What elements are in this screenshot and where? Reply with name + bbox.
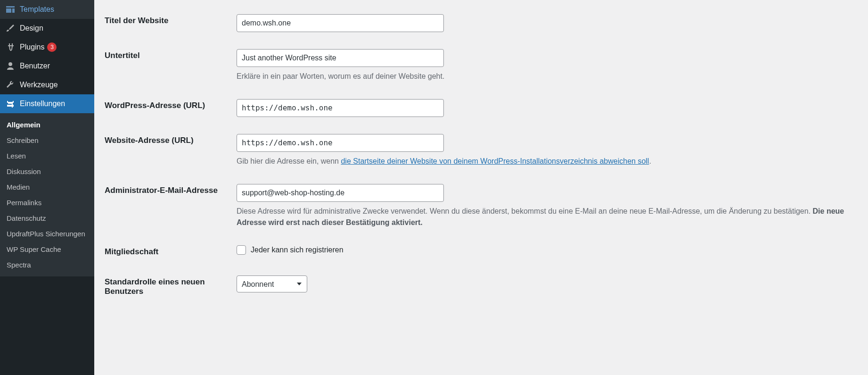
- submenu-item-discussion[interactable]: Diskussion: [0, 164, 94, 179]
- sidebar-item-label: Benutzer: [20, 62, 50, 70]
- update-badge: 3: [47, 42, 57, 52]
- admin-email-label: Administrator-E-Mail-Adresse: [105, 175, 232, 237]
- site-title-label: Titel der Website: [105, 6, 232, 41]
- user-icon: [6, 61, 15, 71]
- tagline-help: Erkläre in ein paar Worten, worum es auf…: [237, 71, 853, 82]
- siteurl-input[interactable]: [237, 134, 444, 152]
- wrench-icon: [6, 80, 15, 90]
- sidebar-item-tools[interactable]: Werkzeuge: [0, 75, 94, 94]
- admin-email-input[interactable]: [237, 184, 444, 202]
- submenu-item-general[interactable]: Allgemein: [0, 117, 94, 133]
- siteurl-help-pre: Gib hier die Adresse ein, wenn: [237, 157, 341, 165]
- membership-checkbox-label[interactable]: Jeder kann sich registrieren: [237, 245, 344, 255]
- sidebar-item-label: Werkzeuge: [20, 81, 58, 89]
- sidebar-item-design[interactable]: Design: [0, 19, 94, 38]
- sidebar-item-users[interactable]: Benutzer: [0, 57, 94, 75]
- wpurl-input[interactable]: [237, 99, 444, 117]
- membership-checkbox-text: Jeder kann sich registrieren: [251, 246, 344, 254]
- siteurl-help-link[interactable]: die Startseite deiner Website von deinem…: [341, 157, 649, 165]
- submenu-item-permalinks[interactable]: Permalinks: [0, 195, 94, 210]
- submenu-item-writing[interactable]: Schreiben: [0, 133, 94, 148]
- siteurl-help-post: .: [649, 157, 651, 165]
- brush-icon: [6, 24, 15, 33]
- sidebar-item-plugins[interactable]: Plugins 3: [0, 38, 94, 57]
- settings-submenu: Allgemein Schreiben Lesen Diskussion Med…: [0, 113, 94, 276]
- default-role-select[interactable]: Abonnent: [237, 275, 307, 292]
- siteurl-help: Gib hier die Adresse ein, wenn die Start…: [237, 156, 853, 167]
- siteurl-label: Website-Adresse (URL): [105, 125, 232, 175]
- admin-sidebar: Templates Design Plugins 3 Benutzer Werk…: [0, 0, 94, 375]
- sidebar-item-templates[interactable]: Templates: [0, 0, 94, 19]
- sidebar-item-settings[interactable]: Einstellungen: [0, 94, 94, 113]
- general-settings-form: Titel der Website Untertitel Erkläre in …: [105, 6, 858, 307]
- tagline-input[interactable]: [237, 49, 444, 67]
- submenu-item-updraftplus[interactable]: UpdraftPlus Sicherungen: [0, 226, 94, 242]
- submenu-item-privacy[interactable]: Datenschutz: [0, 210, 94, 226]
- sidebar-item-label: Einstellungen: [20, 100, 65, 108]
- sidebar-item-label: Plugins: [20, 43, 44, 51]
- sidebar-item-label: Templates: [20, 5, 54, 14]
- submenu-item-media[interactable]: Medien: [0, 179, 94, 195]
- tagline-label: Untertitel: [105, 41, 232, 91]
- templates-icon: [6, 5, 15, 14]
- admin-email-help: Diese Adresse wird für administrative Zw…: [237, 206, 853, 228]
- submenu-item-wpsupercache[interactable]: WP Super Cache: [0, 242, 94, 257]
- sidebar-item-label: Design: [20, 24, 43, 33]
- sliders-icon: [6, 99, 15, 108]
- submenu-item-spectra[interactable]: Spectra: [0, 257, 94, 273]
- membership-checkbox[interactable]: [237, 245, 246, 255]
- membership-label: Mitgliedschaft: [105, 237, 232, 267]
- admin-email-help-pre: Diese Adresse wird für administrative Zw…: [237, 207, 813, 215]
- default-role-label: Standardrolle eines neuen Benutzers: [105, 267, 232, 307]
- site-title-input[interactable]: [237, 14, 444, 32]
- settings-content: Titel der Website Untertitel Erkläre in …: [94, 0, 868, 375]
- submenu-item-reading[interactable]: Lesen: [0, 148, 94, 164]
- plug-icon: [6, 42, 15, 52]
- wpurl-label: WordPress-Adresse (URL): [105, 91, 232, 125]
